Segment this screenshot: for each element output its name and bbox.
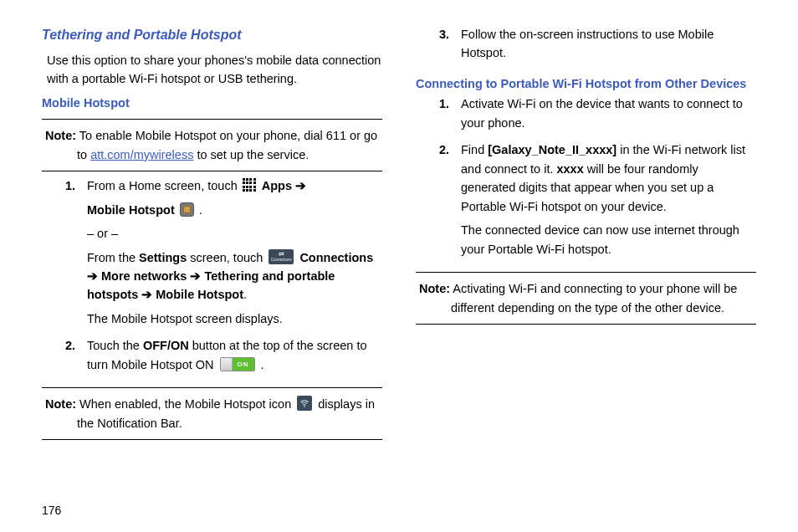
left-column: Tethering and Portable Hotspot Use this … — [42, 25, 382, 524]
stepb2-sub: The connected device can now use interne… — [461, 221, 756, 258]
subheading-connecting: Connecting to Portable Wi-Fi Hotspot fro… — [416, 74, 756, 93]
note-hotspot-icon: Note: When enabled, the Mobile Hotspot i… — [42, 395, 382, 432]
step1b-mid: screen, touch — [187, 251, 266, 264]
arrow-icon: ➔ — [141, 288, 152, 301]
mobile-hotspot-label: Mobile Hotspot — [87, 203, 178, 217]
step1-line2: Mobile Hotspot . — [87, 201, 382, 219]
settings-bold: Settings — [139, 251, 187, 264]
steps-list-a: 1. From a Home screen, touch Apps ➔ Mobi… — [42, 176, 382, 382]
galaxy-note-bold: [Galaxy_Note_II_xxxx] — [488, 143, 616, 156]
step-number: 2. — [439, 141, 449, 159]
step-2: 2. Touch the OFF/ON button at the top of… — [65, 336, 382, 374]
step-number: 1. — [65, 176, 75, 195]
manual-page: Tethering and Portable Hotspot Use this … — [0, 0, 798, 532]
stepb1-text: Activate Wi-Fi on the device that wants … — [461, 97, 743, 129]
on-switch-icon: ON — [220, 357, 255, 371]
note-label: Note: — [45, 129, 76, 142]
steps-list-b: 1. Activate Wi-Fi on the device that wan… — [416, 95, 756, 267]
arrow-icon: ➔ — [190, 269, 201, 283]
divider — [42, 439, 382, 440]
section-heading: Tethering and Portable Hotspot — [42, 25, 382, 46]
page-number: 176 — [42, 504, 61, 517]
link-att-mywireless[interactable]: att.com/mywireless — [90, 148, 193, 161]
step-3: 3. Follow the on-screen instructions to … — [439, 25, 756, 63]
note-text-post: to set up the service. — [193, 148, 309, 161]
step-b1: 1. Activate Wi-Fi on the device that wan… — [439, 95, 756, 132]
note-label: Note: — [45, 397, 76, 411]
step1b-pre: From the — [87, 251, 139, 264]
step1-text-pre: From a Home screen, touch — [87, 179, 241, 192]
xxxx-bold: xxxx — [556, 162, 583, 176]
connections-icon: ⇄Connections — [269, 249, 294, 264]
wifi-notification-icon — [297, 396, 312, 411]
step3-text: Follow the on-screen instructions to use… — [461, 28, 714, 59]
step-b2: 2. Find [Galaxy_Note_II_xxxx] in the Wi-… — [439, 141, 756, 258]
offon-bold: OFF/ON — [143, 339, 189, 352]
divider — [42, 119, 382, 120]
note3-text: Activating Wi-Fi and connecting to your … — [450, 282, 737, 314]
stepb2-pre: Find — [461, 143, 488, 156]
divider — [42, 387, 382, 388]
divider — [416, 324, 756, 325]
note2-pre: When enabled, the Mobile Hotspot icon — [76, 397, 294, 411]
arrow-icon: ➔ — [295, 179, 306, 192]
step-number: 3. — [439, 25, 449, 43]
step1-or: – or – — [87, 224, 382, 243]
arrow-icon: ➔ — [87, 269, 98, 283]
note-other-device: Note: Activating Wi-Fi and connecting to… — [416, 279, 756, 317]
step2-pre: Touch the — [87, 339, 143, 352]
hotspot-icon — [180, 202, 194, 217]
intro-paragraph: Use this option to share your phones's m… — [47, 51, 382, 89]
connections-bold: Connections — [299, 251, 373, 264]
note-label: Note: — [419, 282, 450, 295]
divider — [42, 171, 382, 171]
step1b: From the Settings screen, touch ⇄Connect… — [87, 248, 382, 304]
right-column: 3. Follow the on-screen instructions to … — [416, 25, 756, 524]
step-number: 2. — [65, 336, 75, 355]
divider — [416, 272, 756, 273]
subheading-mobile-hotspot: Mobile Hotspot — [42, 94, 382, 112]
step-number: 1. — [439, 95, 449, 113]
svg-point-0 — [304, 407, 305, 408]
step1-displays: The Mobile Hotspot screen displays. — [87, 309, 382, 328]
apps-icon — [243, 178, 256, 192]
note-enable-hotspot: Note: To enable Mobile Hotspot on your p… — [42, 126, 382, 164]
mobile-hotspot-bold2: Mobile Hotspot — [156, 288, 243, 301]
more-networks-bold: More networks — [101, 269, 190, 283]
steps-list-a-cont: 3. Follow the on-screen instructions to … — [416, 25, 756, 71]
step-1: 1. From a Home screen, touch Apps ➔ Mobi… — [65, 176, 382, 328]
apps-label: Apps — [262, 179, 295, 192]
